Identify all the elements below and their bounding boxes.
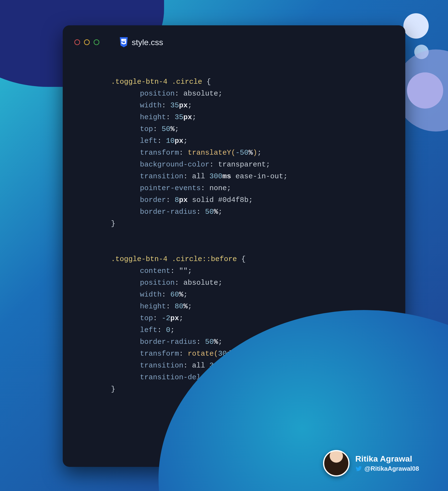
- code-declaration: width: 60%;: [140, 289, 188, 301]
- code-declaration: top: -2px;: [140, 312, 183, 324]
- bg-bubble: [407, 72, 443, 109]
- css3-icon: [119, 37, 128, 47]
- code-declaration: position: absolute;: [140, 277, 223, 289]
- author-name: Ritika Agrawal: [355, 454, 419, 463]
- code-declaration: left: 10px;: [140, 135, 188, 147]
- code-declaration: transition: all 300ms ease-in-out;: [140, 170, 288, 182]
- code-declaration: top: 50%;: [140, 123, 179, 135]
- author-handle: @RitikaAgrawal08: [364, 465, 419, 472]
- code-declaration: content: "";: [140, 265, 192, 277]
- twitter-icon: [355, 465, 362, 472]
- avatar: [323, 450, 350, 477]
- code-declaration: position: absolute;: [140, 88, 223, 100]
- code-declaration: height: 80%;: [140, 301, 192, 312]
- author-handle-row[interactable]: @RitikaAgrawal08: [355, 465, 419, 472]
- code-declaration: pointer-events: none;: [140, 182, 231, 194]
- code-declaration: border-radius: 50%;: [140, 336, 223, 348]
- code-declaration: border-radius: 50%;: [140, 206, 223, 218]
- code-rule: .toggle-btn-4 .circle { position: absolu…: [111, 76, 391, 230]
- close-icon[interactable]: close: [74, 39, 80, 45]
- code-declaration: height: 35px;: [140, 112, 196, 123]
- code-declaration: width: 35px;: [140, 100, 192, 112]
- code-declaration: border: 8px solid #0d4f8b;: [140, 194, 253, 206]
- traffic-lights: close minimize zoom: [74, 39, 99, 45]
- file-tab[interactable]: style.css: [119, 37, 163, 47]
- code-declaration: left: 0;: [140, 324, 175, 336]
- bg-bubble: [403, 13, 429, 39]
- code-declaration: transform: translateY(-50%);: [140, 147, 261, 159]
- zoom-icon[interactable]: zoom: [93, 39, 99, 45]
- window-titlebar: close minimize zoom style.css: [63, 35, 405, 49]
- filename-label: style.css: [132, 38, 163, 47]
- minimize-icon[interactable]: minimize: [84, 39, 90, 45]
- code-declaration: background-color: transparent;: [140, 159, 270, 170]
- author-card: Ritika Agrawal @RitikaAgrawal08: [323, 450, 419, 477]
